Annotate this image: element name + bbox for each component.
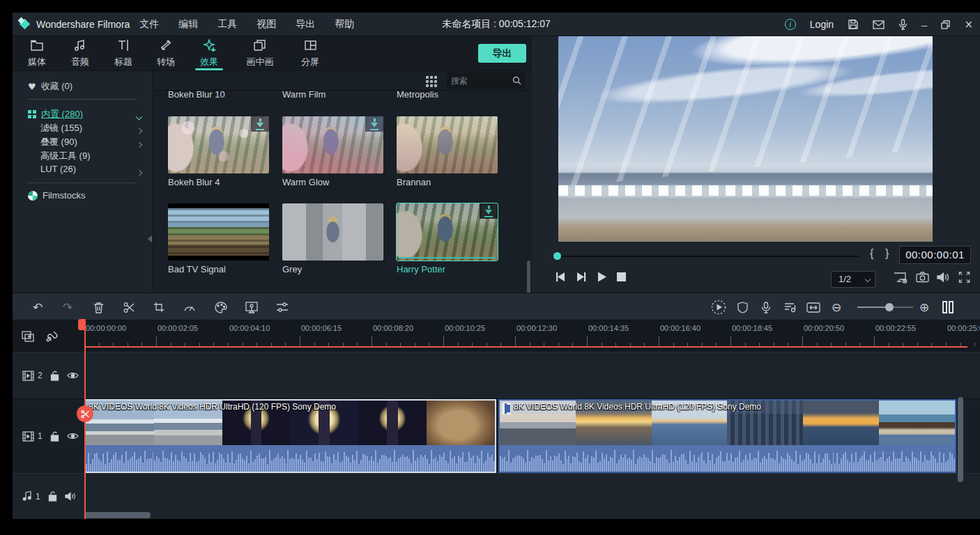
ruler-tick (874, 336, 875, 346)
play-button[interactable] (597, 272, 607, 285)
chevron-right-icon[interactable] (137, 138, 141, 149)
info-icon[interactable]: i (785, 19, 796, 30)
lock-icon[interactable] (48, 491, 57, 502)
volume-icon[interactable] (937, 272, 950, 286)
fit-timeline-icon[interactable] (805, 299, 822, 316)
effect-card-bad-tv-signal[interactable]: Bad TV Signal (168, 203, 269, 274)
timeline-zoom-slider[interactable] (857, 307, 913, 308)
speed-icon[interactable] (181, 299, 198, 316)
transition-icon (159, 39, 173, 52)
chevron-right-icon[interactable] (137, 166, 141, 177)
microphone-icon[interactable] (898, 19, 908, 30)
effect-card-bokeh-blur-4[interactable]: Bokeh Blur 4 (168, 116, 269, 187)
tab-media[interactable]: 媒体 (17, 39, 57, 70)
effects-scrollbar[interactable] (527, 261, 530, 297)
playhead-handle[interactable] (78, 319, 85, 330)
adjust-sliders-icon[interactable] (274, 299, 291, 316)
video-track-1[interactable]: 1 8K VIDEOS World 8K Videos HDR UltraHD … (13, 399, 980, 473)
lock-icon[interactable] (50, 371, 59, 381)
timeline-vscrollbar[interactable] (958, 397, 963, 482)
tab-transitions[interactable]: 转场 (146, 39, 186, 70)
split-scissors-icon[interactable] (121, 299, 137, 316)
delete-icon[interactable] (90, 299, 107, 316)
audio-track-icon (22, 491, 32, 502)
sidebar-item-filmstocks[interactable]: Filmstocks (28, 190, 85, 201)
zoom-slider-handle[interactable] (885, 303, 894, 311)
chevron-right-icon[interactable] (137, 124, 141, 135)
color-palette-icon[interactable] (213, 299, 229, 316)
motion-tracking-icon[interactable] (243, 299, 260, 316)
video-track-2[interactable]: 2 (13, 352, 980, 399)
sidebar-item-overlays[interactable]: 叠覆 (90) (40, 136, 77, 148)
chevron-down-icon[interactable] (137, 110, 141, 121)
login-button[interactable]: Login (810, 19, 834, 30)
link-icon[interactable] (43, 328, 60, 345)
sidebar-item-filters[interactable]: 滤镜 (155) (40, 122, 82, 134)
menu-export[interactable]: 导出 (296, 18, 315, 31)
grid-icon (28, 110, 36, 118)
minimize-button[interactable]: – (921, 19, 927, 31)
menu-help[interactable]: 帮助 (335, 18, 354, 31)
effects-sidebar: ♥ 收藏 (0) 内置 (280) 滤镜 (155) 叠覆 (90) 高级工具 … (13, 71, 153, 293)
quick-split-scissors-icon[interactable] (77, 405, 93, 422)
tab-titles[interactable]: 标题 (103, 39, 144, 70)
crop-icon[interactable] (151, 299, 167, 316)
mark-in-icon[interactable]: { (870, 247, 873, 260)
tab-splitscreen[interactable]: 分屏 (290, 39, 330, 70)
zoom-in-icon[interactable]: ⊕ (916, 299, 933, 316)
tab-effects[interactable]: 效果 (189, 39, 229, 70)
shield-icon[interactable] (734, 299, 751, 316)
lock-icon[interactable] (50, 431, 59, 442)
next-frame-button[interactable] (576, 272, 587, 285)
effect-card-harry-potter[interactable]: Harry Potter (397, 203, 498, 274)
audio-mixer-icon[interactable] (781, 299, 798, 316)
collapse-sidebar-icon[interactable] (148, 235, 152, 242)
mail-icon[interactable] (873, 20, 885, 29)
tab-audio[interactable]: 音频 (60, 39, 100, 70)
save-project-icon[interactable] (848, 19, 859, 30)
menu-tools[interactable]: 工具 (217, 18, 237, 31)
menu-edit[interactable]: 编辑 (178, 18, 198, 31)
effect-card-grey[interactable]: Grey (282, 203, 383, 274)
sidebar-item-builtin[interactable]: 内置 (280) (28, 108, 83, 121)
sidebar-item-favorites[interactable]: ♥ 收藏 (0) (28, 80, 72, 93)
grid-view-icon[interactable] (426, 76, 437, 87)
eye-icon[interactable] (67, 371, 79, 380)
undo-button[interactable]: ↶ (29, 299, 46, 316)
ruler-tick (300, 336, 300, 346)
seek-handle[interactable] (553, 252, 561, 260)
video-clip-2[interactable]: 8K VIDEOS World 8K Videos HDR UltraHD (1… (498, 399, 956, 473)
stop-button[interactable] (617, 272, 626, 285)
fullscreen-icon[interactable] (958, 272, 970, 286)
previous-frame-button[interactable] (555, 272, 566, 285)
redo-button[interactable]: ↷ (59, 299, 76, 316)
sidebar-item-lut[interactable]: LUT (26) (40, 164, 76, 174)
export-button[interactable]: 导出 (478, 44, 526, 63)
mark-out-icon[interactable]: } (885, 247, 889, 260)
menu-view[interactable]: 视图 (257, 18, 276, 31)
timeline-hscrollbar[interactable] (84, 512, 151, 518)
maximize-button[interactable] (941, 20, 950, 29)
snapshot-camera-icon[interactable] (916, 272, 929, 286)
menu-file[interactable]: 文件 (139, 18, 159, 31)
sidebar-item-advanced-tools[interactable]: 高级工具 (9) (40, 150, 91, 162)
close-button[interactable]: × (964, 18, 973, 31)
search-icon[interactable] (512, 76, 521, 85)
effect-card-warm-glow[interactable]: Warm Glow (282, 116, 383, 187)
render-preview-icon[interactable] (710, 299, 727, 316)
seek-track[interactable] (561, 256, 859, 257)
audio-track-1[interactable]: 1 (13, 473, 980, 519)
zoom-out-icon[interactable]: ⊖ (828, 299, 845, 316)
effect-card-brannan[interactable]: Brannan (397, 116, 498, 187)
track-view-toggle-icon[interactable] (940, 299, 956, 316)
playback-quality-dropdown[interactable]: 1/2 (831, 271, 875, 288)
search-input[interactable] (451, 76, 512, 86)
eye-icon[interactable] (67, 432, 79, 440)
manage-tracks-icon[interactable] (20, 328, 36, 345)
record-voiceover-icon[interactable] (758, 299, 774, 316)
video-clip-1[interactable]: 8K VIDEOS World 8K Videos HDR UltraHD (1… (84, 399, 496, 473)
speaker-icon[interactable] (65, 492, 76, 501)
track-header: 1 (13, 474, 84, 519)
display-settings-icon[interactable] (894, 272, 909, 287)
tab-pip[interactable]: 画中画 (237, 39, 283, 70)
